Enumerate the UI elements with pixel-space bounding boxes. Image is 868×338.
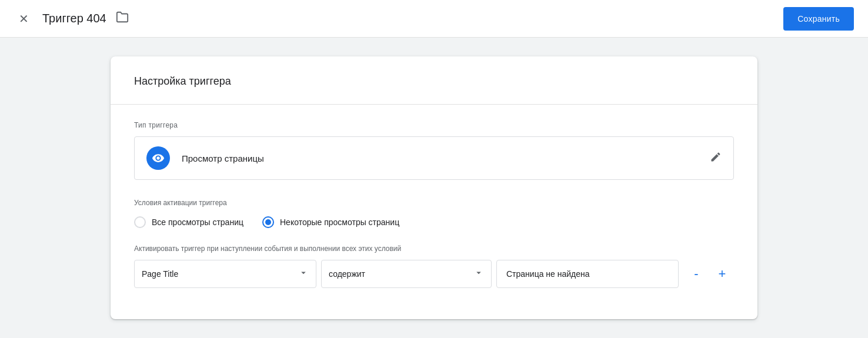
filter-variable-dropdown[interactable]: Page Title: [134, 260, 316, 288]
filter-label: Активировать триггер при наступлении соб…: [134, 245, 734, 253]
main-content: Настройка триггера Тип триггера Просмотр…: [0, 38, 868, 338]
trigger-type-name: Просмотр страницы: [182, 153, 264, 163]
trigger-type-selector[interactable]: Просмотр страницы: [134, 136, 734, 180]
divider: [111, 104, 757, 105]
add-filter-button[interactable]: +: [714, 266, 730, 282]
trigger-config-card: Настройка триггера Тип триггера Просмотр…: [111, 56, 757, 319]
page-title: Триггер 404: [42, 12, 106, 25]
header: ✕ Триггер 404 Сохранить: [0, 0, 868, 38]
close-button[interactable]: ✕: [14, 9, 33, 28]
trigger-type-label: Тип триггера: [134, 121, 734, 129]
radio-label-all: Все просмотры страниц: [152, 217, 243, 227]
filter-value-input[interactable]: [496, 260, 679, 288]
remove-filter-button[interactable]: -: [688, 266, 705, 282]
filter-operator-dropdown[interactable]: содержит: [321, 260, 492, 288]
radio-all-pageviews[interactable]: Все просмотры страниц: [134, 216, 243, 228]
radio-outer-all: [134, 216, 146, 228]
edit-trigger-type-icon[interactable]: [710, 151, 722, 166]
folder-icon[interactable]: [116, 11, 129, 26]
close-icon: ✕: [19, 12, 29, 26]
filter-variable-value: Page Title: [142, 269, 178, 279]
card-title: Настройка триггера: [134, 75, 734, 88]
filter-operator-arrow-icon: [473, 267, 484, 281]
filter-actions: - +: [688, 266, 730, 282]
radio-some-pageviews[interactable]: Некоторые просмотры страниц: [262, 216, 399, 228]
eye-icon: [152, 152, 165, 165]
page-view-icon-circle: [146, 146, 170, 170]
filter-row: Page Title содержит: [134, 260, 734, 288]
filter-variable-arrow-icon: [298, 267, 309, 281]
radio-label-some: Некоторые просмотры страниц: [280, 217, 399, 227]
radio-inner-some: [265, 219, 271, 225]
conditions-label: Условия активации триггера: [134, 199, 734, 207]
header-left: ✕ Триггер 404: [14, 9, 129, 28]
radio-group: Все просмотры страниц Некоторые просмотр…: [134, 216, 734, 228]
save-button[interactable]: Сохранить: [783, 7, 854, 31]
radio-outer-some: [262, 216, 274, 228]
filter-operator-value: содержит: [329, 269, 365, 279]
trigger-type-left: Просмотр страницы: [146, 146, 264, 170]
